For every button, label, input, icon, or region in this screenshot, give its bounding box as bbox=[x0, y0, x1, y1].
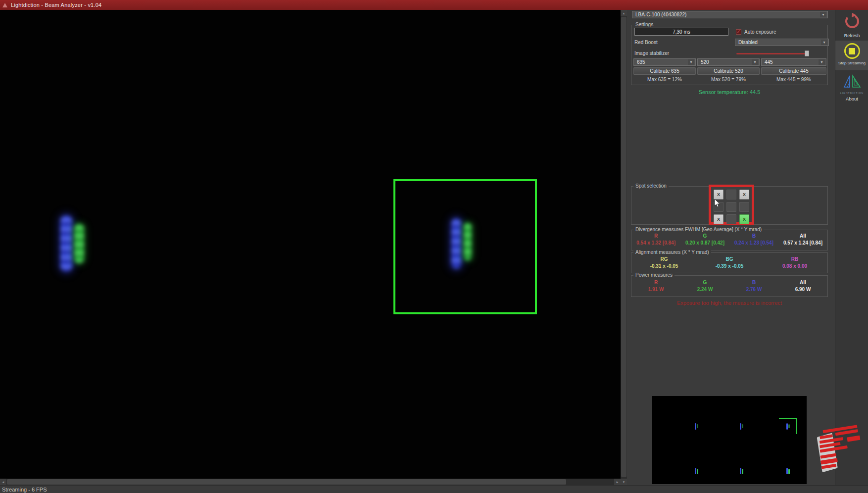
status-text: Streaming - 6 FPS bbox=[2, 487, 47, 493]
stop-icon bbox=[844, 43, 860, 59]
refresh-button[interactable]: Refresh bbox=[835, 12, 868, 39]
lightdiction-logo-icon bbox=[842, 74, 862, 89]
power-group: Power measures R G B All 1.91 W 2.24 W 2… bbox=[631, 275, 828, 297]
max-635-label: Max 635 = 12% bbox=[633, 77, 696, 82]
stop-streaming-button[interactable]: Stop Streaming bbox=[835, 41, 868, 70]
spot-cell-4[interactable] bbox=[726, 202, 736, 212]
power-group-label: Power measures bbox=[633, 272, 675, 278]
preview-spot bbox=[786, 423, 791, 431]
beam-spot-blue-left bbox=[60, 215, 72, 272]
device-dropdown-value: LBA-C-100 (40430822) bbox=[635, 12, 686, 17]
beam-spot-blue-center bbox=[451, 218, 461, 269]
settings-panel: LBA-C-100 (40430822) ▾ Settings 7,30 ms … bbox=[627, 10, 868, 485]
refresh-label: Refresh bbox=[835, 33, 868, 38]
about-label: About bbox=[835, 96, 868, 101]
alignment-header-rb: RB bbox=[762, 256, 827, 262]
spot-cell-7[interactable] bbox=[726, 214, 736, 224]
device-dropdown[interactable]: LBA-C-100 (40430822) ▾ bbox=[632, 11, 828, 18]
power-value-all: 6.90 W bbox=[778, 287, 827, 292]
exposure-warning-text: Exposure too high, the measure is incorr… bbox=[631, 300, 828, 306]
red-boost-dropdown[interactable]: Disabled ▾ bbox=[735, 39, 829, 46]
image-stabilizer-slider[interactable] bbox=[736, 53, 809, 54]
app-icon bbox=[2, 3, 7, 7]
wavelength-value: 520 bbox=[701, 59, 709, 65]
power-header-g: G bbox=[680, 280, 729, 285]
refresh-icon bbox=[844, 13, 861, 30]
divergence-value-r: 0.54 x 1.32 [0.84] bbox=[631, 240, 680, 246]
power-value-r: 1.91 W bbox=[631, 287, 680, 292]
lightdiction-logo-text: LIGHTDICTION bbox=[835, 92, 868, 95]
alignment-header-rg: RG bbox=[631, 256, 697, 262]
chevron-down-icon: ▾ bbox=[688, 59, 694, 65]
chevron-down-icon: ▾ bbox=[752, 59, 758, 65]
vertical-scrollbar[interactable]: ▲ ▼ bbox=[621, 10, 627, 485]
chevron-down-icon: ▾ bbox=[821, 40, 827, 45]
spot-cell-0[interactable]: X bbox=[714, 190, 723, 199]
red-boost-value: Disabled bbox=[738, 40, 758, 45]
alignment-header-bg: BG bbox=[697, 256, 762, 262]
power-header-all: All bbox=[778, 280, 827, 285]
lightdiction-stripes-logo bbox=[815, 423, 867, 475]
spot-cell-2[interactable]: X bbox=[739, 190, 749, 199]
divergence-header-r: R bbox=[631, 233, 680, 239]
preview-spot bbox=[740, 468, 745, 476]
wavelength-value: 635 bbox=[637, 59, 645, 65]
scroll-right-icon[interactable]: ► bbox=[614, 479, 621, 485]
divergence-header-all: All bbox=[778, 233, 827, 239]
spot-selection-label: Spot selection bbox=[633, 183, 669, 189]
stop-streaming-label: Stop Streaming bbox=[835, 61, 868, 65]
horizontal-scroll-thumb[interactable] bbox=[7, 479, 566, 485]
red-boost-label: Red Boost bbox=[634, 40, 658, 45]
beam-spot-green-left bbox=[74, 224, 84, 263]
spot-cell-8[interactable]: X bbox=[739, 214, 749, 224]
spot-cell-6[interactable]: X bbox=[714, 214, 723, 224]
wavelength-dropdown-445[interactable]: 445 ▾ bbox=[761, 58, 826, 66]
scroll-left-icon[interactable]: ◄ bbox=[0, 479, 6, 485]
beam-spot-green-center bbox=[464, 223, 472, 260]
preview-spot bbox=[695, 468, 700, 476]
title-bar: Lightdiction - Beam Analyzer - v1.04 bbox=[0, 0, 868, 10]
sensor-temperature-label: Sensor temperature: 44.5 bbox=[631, 89, 828, 95]
alignment-value-bg: -0.39 x -0.05 bbox=[697, 263, 762, 269]
auto-exposure-checkbox[interactable]: ✓ bbox=[736, 29, 741, 35]
auto-exposure-label: Auto exposure bbox=[744, 29, 776, 35]
overview-preview bbox=[652, 396, 807, 484]
chevron-down-icon: ▾ bbox=[820, 12, 826, 17]
power-value-b: 2.76 W bbox=[729, 287, 778, 292]
scroll-up-icon[interactable]: ▲ bbox=[621, 10, 627, 16]
spot-cell-5[interactable] bbox=[739, 202, 749, 212]
preview-spot bbox=[786, 468, 791, 476]
alignment-value-rg: -0.31 x -0.05 bbox=[631, 263, 697, 269]
spot-cell-1[interactable] bbox=[726, 190, 736, 199]
wavelength-dropdown-520[interactable]: 520 ▾ bbox=[697, 58, 760, 66]
preview-spot bbox=[695, 423, 700, 431]
power-value-g: 2.24 W bbox=[680, 287, 729, 292]
settings-group: Settings 7,30 ms ✓ Auto exposure Red Boo… bbox=[631, 25, 828, 85]
calibrate-520-button[interactable]: Calibrate 520 bbox=[697, 67, 760, 75]
calibrate-445-button[interactable]: Calibrate 445 bbox=[761, 67, 826, 75]
divergence-header-g: G bbox=[680, 233, 729, 239]
status-bar: Streaming - 6 FPS bbox=[0, 485, 868, 493]
divergence-value-b: 0.24 x 1.23 [0.54] bbox=[729, 240, 778, 246]
alignment-group: Alignment measures (X * Y mrad) RG BG RB… bbox=[631, 252, 828, 273]
divergence-value-all: 0.57 x 1.24 [0.84] bbox=[778, 240, 827, 246]
vertical-scroll-thumb[interactable] bbox=[621, 17, 627, 477]
exposure-time-field[interactable]: 7,30 ms bbox=[634, 28, 728, 36]
settings-group-label: Settings bbox=[633, 22, 655, 27]
power-header-b: B bbox=[729, 280, 778, 285]
image-stabilizer-handle[interactable] bbox=[805, 50, 809, 56]
divergence-value-g: 0.20 x 0.87 [0.42] bbox=[680, 240, 729, 246]
window-title: Lightdiction - Beam Analyzer - v1.04 bbox=[11, 2, 101, 8]
calibrate-635-button[interactable]: Calibrate 635 bbox=[633, 67, 696, 75]
alignment-value-rb: 0.08 x 0.00 bbox=[762, 263, 827, 269]
divergence-header-b: B bbox=[729, 233, 778, 239]
wavelength-value: 445 bbox=[765, 59, 773, 65]
about-button[interactable]: LIGHTDICTION About bbox=[835, 73, 868, 113]
mouse-cursor-icon bbox=[714, 198, 721, 208]
horizontal-scrollbar[interactable]: ◄ ► bbox=[0, 479, 621, 485]
side-button-strip: Refresh Stop Streaming LIGHTDICTION Abou… bbox=[835, 10, 868, 485]
divergence-group: Divergence measures FWHM [Geo Average] (… bbox=[631, 230, 828, 250]
scroll-down-icon[interactable]: ▼ bbox=[621, 479, 627, 485]
wavelength-dropdown-635[interactable]: 635 ▾ bbox=[633, 58, 696, 66]
camera-viewport bbox=[0, 10, 621, 479]
